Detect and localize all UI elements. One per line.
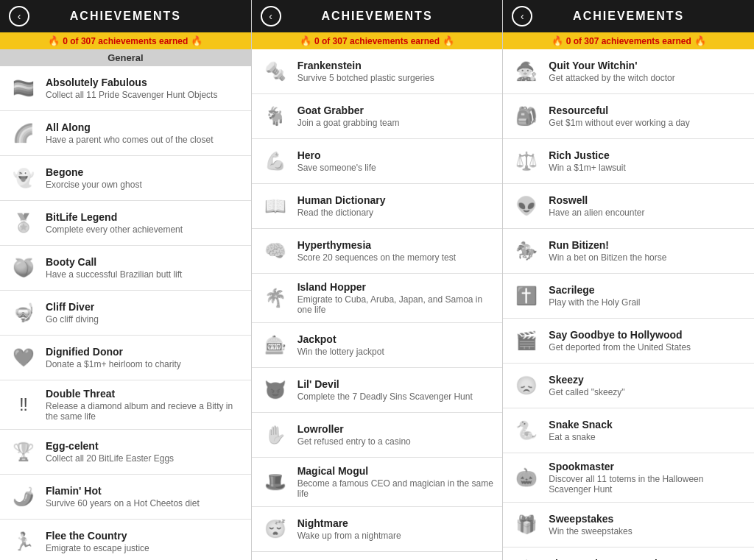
achievement-item[interactable]: 🏃Flee the CountryEmigrate to escape just… <box>0 520 251 560</box>
achievement-icon: 🤿 <box>9 298 38 327</box>
achievement-desc: Score 20 sequences on the memory test <box>297 252 494 263</box>
achievement-desc: Win the lottery jackpot <box>297 347 494 357</box>
achievement-item[interactable]: 🎃SpookmasterDiscover all 11 totems in th… <box>503 453 754 503</box>
achievement-item[interactable]: 💪HeroSave someone's life <box>252 139 503 184</box>
achievement-item[interactable]: 😞SkeezyGet called "skeezy" <box>503 364 754 408</box>
panel-title: ACHIEVEMENTS <box>573 10 684 23</box>
back-button[interactable]: ‹ <box>261 6 281 26</box>
achievement-item[interactable]: 🍑Booty CallHave a successful Brazilian b… <box>0 246 251 291</box>
achievement-item[interactable]: 🏇Run Bitizen!Win a bet on Bitizen the ho… <box>503 229 754 274</box>
achievement-icon: 🧠 <box>261 236 290 266</box>
achievement-desc: Read the dictionary <box>297 208 494 218</box>
achievement-item[interactable]: 🔩FrankensteinSurvive 5 botched plastic s… <box>252 49 503 94</box>
achievement-icon: 🎒 <box>512 102 541 131</box>
achievement-item[interactable]: 🎒ResourcefulGet $1m without ever working… <box>503 94 754 139</box>
achievement-text: Cliff DiverGo cliff diving <box>46 301 242 325</box>
achievement-desc: Have a successful Brazilian butt lift <box>46 269 242 280</box>
achievement-item[interactable]: 🏆Egg-celentCollect all 20 BitLife Easter… <box>0 430 251 475</box>
achievement-name: Cliff Diver <box>46 301 242 313</box>
achievement-item[interactable]: ❤️Dignified DonorDonate a $1m+ heirloom … <box>0 336 251 380</box>
achievement-desc: Get $1m without ever working a day <box>549 118 745 128</box>
achievement-item[interactable]: 🎩Magical MogulBecome a famous CEO and ma… <box>252 458 503 507</box>
flame-right-icon: 🔥 <box>694 35 706 46</box>
achievement-item[interactable]: 🌈All AlongHave a parent who comes out of… <box>0 111 251 156</box>
achievement-item[interactable]: 🧠HyperthymesiaScore 20 sequences on the … <box>252 229 503 274</box>
achievement-item[interactable]: 🐍Snake SnackEat a snake <box>503 408 754 453</box>
achievement-text: Say Goodbye to HollywoodGet deported fro… <box>549 329 745 352</box>
back-button[interactable]: ‹ <box>512 6 532 26</box>
achievement-item[interactable]: 🎬Say Goodbye to HollywoodGet deported fr… <box>503 319 754 364</box>
achievement-text: Goat GrabberJoin a goat grabbing team <box>297 104 494 128</box>
achievement-item[interactable]: 🍁There's Always CanadaEmigrate to Canada <box>503 547 754 560</box>
achievement-icon: 🧙 <box>512 57 541 86</box>
status-text: 0 of 307 achievements earned <box>63 36 188 46</box>
achievement-name: Rich Justice <box>549 149 745 161</box>
achievement-name: Roswell <box>549 194 745 206</box>
header: ‹ACHIEVEMENTS <box>0 0 251 32</box>
achievement-name: Egg-celent <box>46 440 242 452</box>
panel-1: ‹ACHIEVEMENTS🔥0 of 307 achievements earn… <box>0 0 252 560</box>
achievement-item[interactable]: ✝️SacrilegePlay with the Holy Grail <box>503 274 754 319</box>
achievement-item[interactable]: 🧙Quit Your Witchin'Get attacked by the w… <box>503 49 754 94</box>
achievement-desc: Complete every other achievement <box>46 224 242 235</box>
achievement-text: All AlongHave a parent who comes out of … <box>46 121 242 145</box>
achievement-icon: ❤️ <box>9 343 38 372</box>
achievement-icon: 🎩 <box>261 467 290 497</box>
flame-left-icon: 🔥 <box>300 35 311 46</box>
achievement-text: BegoneExorcise your own ghost <box>46 166 242 190</box>
flame-left-icon: 🔥 <box>48 35 60 46</box>
achievement-item[interactable]: 🐐Goat GrabberJoin a goat grabbing team <box>252 94 503 139</box>
achievement-item[interactable]: 🏅BitLife LegendComplete every other achi… <box>0 201 251 246</box>
achievement-text: FrankensteinSurvive 5 botched plastic su… <box>297 60 494 83</box>
section-header: General <box>0 49 251 66</box>
achievement-text: Dignified DonorDonate a $1m+ heirloom to… <box>46 346 242 369</box>
achievement-name: Begone <box>46 166 242 178</box>
achievement-item[interactable]: 😴NightmareWake up from a nightmare <box>252 507 503 552</box>
header: ‹ACHIEVEMENTS <box>252 0 503 32</box>
achievement-item[interactable]: 🎁SweepstakesWin the sweepstakes <box>503 503 754 547</box>
achievement-name: Skeezy <box>549 374 745 386</box>
achievement-icon: 🍁 <box>512 555 541 560</box>
achievement-text: ResourcefulGet $1m without ever working … <box>549 104 745 128</box>
achievement-item[interactable]: 🌴Island HopperEmigrate to Cuba, Aruba, J… <box>252 274 503 323</box>
achievement-name: Absolutely Fabulous <box>46 77 242 88</box>
achievement-text: Rich JusticeWin a $1m+ lawsuit <box>549 149 745 173</box>
achievement-icon: 📖 <box>261 191 290 221</box>
achievement-item[interactable]: 😈Lil' DevilComplete the 7 Deadly Sins Sc… <box>252 368 503 413</box>
achievement-name: Nightmare <box>297 517 494 529</box>
panel-3: ‹ACHIEVEMENTS🔥0 of 307 achievements earn… <box>503 0 754 560</box>
achievement-icon: 🎁 <box>512 510 541 539</box>
achievement-item[interactable]: 🤿Cliff DiverGo cliff diving <box>0 291 251 336</box>
achievements-list: 🧙Quit Your Witchin'Get attacked by the w… <box>503 49 754 560</box>
achievement-icon: 🏳️‍🌈 <box>9 74 38 103</box>
achievement-desc: Get attacked by the witch doctor <box>549 73 745 83</box>
achievement-item[interactable]: 🌶️Flamin' HotSurvive 60 years on a Hot C… <box>0 475 251 520</box>
achievement-item[interactable]: ⚖️Rich JusticeWin a $1m+ lawsuit <box>503 139 754 184</box>
achievement-desc: Release a diamond album and recieve a Bi… <box>46 401 242 422</box>
achievement-desc: Join a goat grabbing team <box>297 118 494 128</box>
achievement-name: Flamin' Hot <box>46 485 242 497</box>
achievement-desc: Survive 5 botched plastic surgeries <box>297 73 494 83</box>
achievement-icon: 🏅 <box>9 208 38 238</box>
achievement-item[interactable]: ✋LowrollerGet refused entry to a casino <box>252 413 503 458</box>
achievement-text: RoswellHave an alien encounter <box>549 194 745 218</box>
achievement-item[interactable]: 🏳️‍🌈Absolutely FabulousCollect all 11 Pr… <box>0 66 251 111</box>
achievement-desc: Win the sweepstakes <box>549 526 745 536</box>
achievement-icon: 👽 <box>512 191 541 221</box>
achievement-item[interactable]: 👽RoswellHave an alien encounter <box>503 184 754 229</box>
achievement-icon: 🏇 <box>512 236 541 266</box>
achievement-item[interactable]: ‼️Double ThreatRelease a diamond album a… <box>0 380 251 430</box>
achievements-list: 🔩FrankensteinSurvive 5 botched plastic s… <box>252 49 503 560</box>
achievement-item[interactable]: 🎰JackpotWin the lottery jackpot <box>252 323 503 368</box>
back-button[interactable]: ‹ <box>9 6 29 26</box>
achievement-item[interactable]: 👻BegoneExorcise your own ghost <box>0 156 251 201</box>
achievement-name: Frankenstein <box>297 60 494 71</box>
achievement-name: Sacrilege <box>549 284 745 296</box>
achievement-desc: Emigrate to Cuba, Aruba, Japan, and Samo… <box>297 294 494 315</box>
achievement-desc: Wake up from a nightmare <box>297 531 494 541</box>
achievement-icon: 😈 <box>261 375 290 405</box>
achievement-desc: Collect all 11 Pride Scavenger Hunt Obje… <box>46 90 242 100</box>
achievement-icon: ⚖️ <box>512 146 541 176</box>
achievement-desc: Donate a $1m+ heirloom to charity <box>46 359 242 369</box>
achievement-item[interactable]: 📖Human DictionaryRead the dictionary <box>252 184 503 229</box>
